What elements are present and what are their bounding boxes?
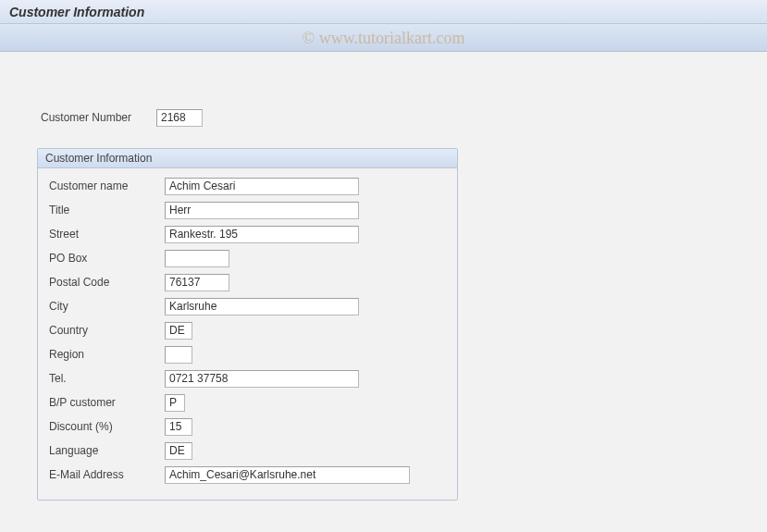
country-label: Country [49, 324, 165, 337]
email-row: E-Mail Address [49, 464, 446, 485]
page-title: Customer Information [9, 5, 144, 19]
city-input[interactable] [165, 298, 359, 315]
customer-info-group: Customer Information Customer name Title… [37, 148, 458, 501]
street-input[interactable] [165, 226, 359, 243]
pobox-row: PO Box [49, 248, 446, 268]
customer-number-row: Customer Number [41, 107, 748, 128]
region-input[interactable] [165, 346, 192, 364]
street-row: Street [49, 224, 446, 244]
tel-row: Tel. [49, 368, 446, 389]
language-row: Language [49, 440, 446, 461]
bp-row: B/P customer [49, 392, 446, 413]
street-label: Street [49, 228, 165, 241]
language-label: Language [49, 444, 165, 457]
tel-input[interactable] [165, 370, 359, 388]
title-bar: Customer Information [0, 0, 767, 24]
bp-label: B/P customer [49, 396, 165, 409]
group-header: Customer Information [38, 149, 457, 168]
title-label: Title [49, 204, 165, 217]
customer-name-row: Customer name [49, 176, 446, 196]
title-input[interactable] [165, 202, 359, 219]
content-area: Customer Number Customer Information Cus… [0, 52, 767, 519]
title-row: Title [49, 200, 446, 220]
email-label: E-Mail Address [49, 468, 165, 481]
region-row: Region [49, 344, 446, 365]
tel-label: Tel. [49, 372, 165, 385]
postal-input[interactable] [165, 274, 229, 291]
email-input[interactable] [165, 466, 410, 484]
toolbar-strip: © www.tutorialkart.com [0, 24, 767, 52]
customer-name-input[interactable] [165, 178, 359, 195]
watermark-text: © www.tutorialkart.com [303, 28, 465, 47]
country-input[interactable] [165, 322, 192, 340]
pobox-label: PO Box [49, 252, 165, 265]
customer-number-input[interactable] [156, 109, 203, 127]
city-row: City [49, 296, 446, 316]
bp-input[interactable] [165, 394, 185, 412]
customer-name-label: Customer name [49, 179, 165, 192]
customer-number-label: Customer Number [41, 111, 156, 124]
discount-input[interactable] [165, 418, 192, 436]
city-label: City [49, 300, 165, 313]
postal-row: Postal Code [49, 272, 446, 292]
discount-row: Discount (%) [49, 416, 446, 437]
region-label: Region [49, 348, 165, 361]
pobox-input[interactable] [165, 250, 229, 267]
group-body: Customer name Title Street PO Box Postal… [38, 168, 457, 500]
discount-label: Discount (%) [49, 420, 165, 433]
postal-label: Postal Code [49, 276, 165, 289]
language-input[interactable] [165, 442, 192, 460]
country-row: Country [49, 320, 446, 340]
